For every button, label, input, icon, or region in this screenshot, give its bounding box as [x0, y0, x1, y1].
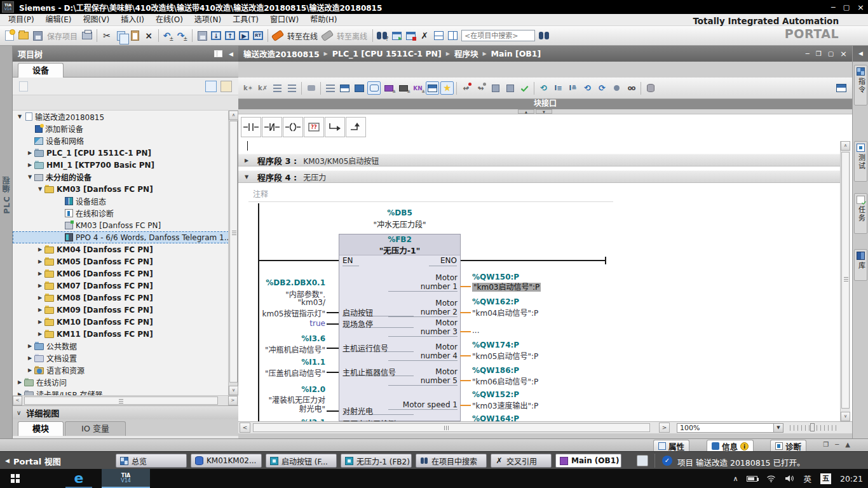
tree-item-km10[interactable]: ▶KM10 [Danfoss FC PN]	[13, 316, 229, 328]
menu-window[interactable]: 窗口(W)	[264, 14, 304, 26]
cross-reference-icon[interactable]: ✗	[418, 29, 431, 42]
output2-operand[interactable]: "km04启动信号":P	[472, 307, 538, 318]
edge-taskbar-button[interactable]: e	[61, 469, 97, 488]
tree-hscroll-thumb[interactable]	[24, 396, 218, 405]
output3-operand[interactable]: ...	[472, 326, 479, 335]
tree-horizontal-scrollbar[interactable]: < >	[13, 395, 238, 405]
breadcrumb-plc[interactable]: PLC_1 [CPU 1511C-1 PN]	[332, 49, 442, 58]
tree-scroll-left-icon[interactable]: <	[13, 396, 22, 405]
editor-minimize-icon[interactable]: ─	[806, 50, 810, 57]
output1-address[interactable]: %QW150:P	[472, 273, 519, 281]
menu-help[interactable]: 帮助(H)	[304, 14, 342, 26]
output6-operand[interactable]: "km03速度输出":P	[472, 400, 538, 410]
indent-lines-icon[interactable]	[323, 81, 337, 95]
go-online-label[interactable]: 转至在线	[287, 30, 318, 41]
tia-taskbar-button[interactable]: TIA V14	[102, 469, 150, 488]
tree-item-languages-resources[interactable]: ▶语言和资源	[13, 364, 229, 376]
export-icon[interactable]	[220, 81, 232, 92]
operand-display-icon[interactable]: KN±	[411, 81, 424, 95]
editor-scroll-down-icon[interactable]: ∨	[841, 412, 850, 421]
tree-item-online-access[interactable]: ▶在线访问	[13, 376, 229, 388]
add-row-icon[interactable]	[285, 81, 299, 95]
goto-next-error-icon[interactable]: ↬	[474, 81, 487, 95]
zoom-slider-knob[interactable]	[810, 423, 815, 431]
inspector-restore-icon[interactable]: ❐	[823, 441, 829, 448]
input1-address[interactable]: %DB2.DBX0.1	[238, 278, 325, 287]
taskbar-overview[interactable]: 总览	[116, 454, 187, 468]
output5-address[interactable]: %QW186:P	[472, 366, 519, 375]
output4-address[interactable]: %QW174:P	[472, 341, 519, 349]
battery-icon[interactable]	[747, 476, 757, 482]
network-comments-toggle-icon[interactable]	[367, 81, 381, 95]
io-status-icon[interactable]: I≡	[552, 81, 565, 95]
editor-close-icon[interactable]: ×	[840, 49, 847, 58]
start-button[interactable]	[0, 469, 31, 488]
maximize-icon[interactable]: ▢	[843, 3, 850, 11]
close-branch-icon[interactable]	[346, 117, 366, 137]
collapse-panel-icon[interactable]: ◀	[229, 51, 233, 57]
pin-motor-number-1[interactable]: Motornumber 1	[388, 273, 458, 292]
insert-empty-box-icon[interactable]: ??	[304, 117, 324, 137]
insert-row-icon[interactable]	[271, 81, 284, 95]
instance-db-label[interactable]: %DB5 "冲水无压力段"	[339, 208, 461, 229]
portal-view-button[interactable]: ◀ Portal 视图	[5, 452, 61, 470]
tab-properties[interactable]: 属性	[653, 440, 689, 452]
splitter-up-icon[interactable]: ▲	[518, 109, 534, 114]
tab-modules[interactable]: 模块	[18, 421, 64, 436]
taskbar-search-in-project[interactable]: 在项目中搜索	[416, 454, 487, 468]
output6-address[interactable]: %QW152:P	[472, 390, 519, 399]
expand-networks-icon[interactable]	[353, 81, 366, 95]
network-3-header[interactable]: ▶ 程序段 3 : KM03/KM05启动按钮	[238, 154, 840, 166]
menu-project[interactable]: 项目(P)	[3, 14, 40, 26]
editor-scroll-right-icon[interactable]: >	[659, 423, 670, 433]
tab-devices[interactable]: 设备	[18, 63, 64, 78]
cut-icon[interactable]: ✂	[100, 29, 113, 42]
clock[interactable]: 20:21	[840, 474, 863, 484]
refresh-left-icon[interactable]: ⟲	[581, 81, 594, 95]
tree-item-km11[interactable]: ▶KM11 [Danfoss FC PN]	[13, 328, 229, 340]
wifi-icon[interactable]	[766, 475, 776, 482]
editor-hscroll-thumb[interactable]	[253, 423, 650, 432]
absolute-operands-icon[interactable]: ±	[382, 81, 395, 95]
input5-address[interactable]: %I2.0	[238, 385, 325, 394]
taskbar-start-button-fb[interactable]: 启动按钮 (F...	[266, 454, 337, 468]
task-card-instructions[interactable]: 指令	[854, 65, 867, 105]
upload-from-device-icon[interactable]: ↑	[224, 29, 236, 42]
tree-item-device-config[interactable]: 设备组态	[13, 195, 229, 207]
minimize-icon[interactable]: ─	[831, 3, 836, 11]
delete-network-icon[interactable]: k✗	[256, 81, 269, 95]
pin-motor-number-5[interactable]: Motornumber 5	[388, 367, 458, 386]
input4-operand[interactable]: "压盖机启动信号"	[238, 367, 325, 378]
volume-icon[interactable]	[785, 475, 794, 482]
tree-item-km09[interactable]: ▶KM09 [Danfoss FC PN]	[13, 304, 229, 316]
zoom-level-select[interactable]: 100% ▼	[677, 423, 783, 433]
output7-address[interactable]: %QW164:P	[472, 414, 519, 421]
collapse-networks-icon[interactable]	[338, 81, 351, 95]
copy-icon[interactable]	[114, 29, 127, 42]
tree-item-km06[interactable]: ▶KM06 [Danfoss FC PN]	[13, 268, 229, 280]
save-project-icon[interactable]	[31, 29, 44, 42]
search-input[interactable]	[461, 30, 535, 41]
delete-icon[interactable]: ×	[142, 29, 155, 42]
taskbar-main-ob1[interactable]: Main (OB1)	[555, 454, 621, 468]
update-interface-icon[interactable]	[503, 81, 517, 95]
menu-tools[interactable]: 工具(T)	[227, 14, 264, 26]
network-3-collapse-icon[interactable]: ▶	[245, 158, 251, 163]
split-horizontal-icon[interactable]	[432, 29, 445, 42]
symbolic-operands-icon[interactable]: ±	[397, 81, 410, 95]
status-log-icon[interactable]	[637, 455, 648, 466]
tree-item-document-settings[interactable]: ▶文档设置	[13, 352, 229, 364]
tree-item-km04[interactable]: ▶KM04 [Danfoss FC PN]	[13, 243, 229, 255]
data-block-icon[interactable]	[644, 81, 657, 95]
output4-operand[interactable]: "km05启动信号":P	[472, 350, 538, 361]
task-card-tasks[interactable]: 任务	[854, 193, 867, 234]
paste-icon[interactable]	[128, 29, 141, 42]
ladder-canvas[interactable]: ?? ▶ 程序段 3 : KM03/KM05启动按钮 ▼ 程序段 4 : 无压力	[238, 114, 840, 421]
taskbar-no-pressure-fb2[interactable]: 无压力-1 (FB2)	[341, 454, 412, 468]
breadcrumb-program-blocks[interactable]: 程序块	[454, 48, 478, 60]
inspector-expand-icon[interactable]: ▲	[845, 441, 850, 448]
save-project-label[interactable]: 保存项目	[47, 30, 78, 41]
inspector-minimize-icon[interactable]: ─	[835, 441, 839, 448]
menu-online[interactable]: 在线(O)	[150, 14, 189, 26]
tree-item-km03-module[interactable]: KM03 [Danfoss FC PN]	[13, 219, 229, 231]
